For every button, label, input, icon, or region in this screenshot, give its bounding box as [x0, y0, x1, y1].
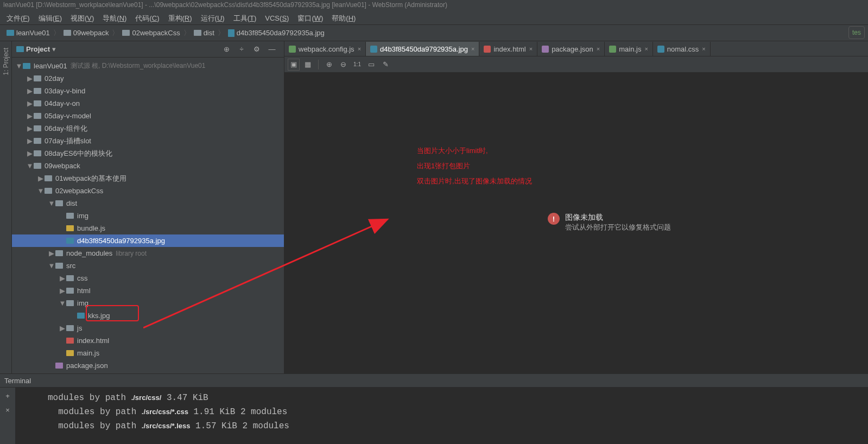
- breadcrumb-item[interactable]: 09webpack: [61, 28, 111, 38]
- tree-row[interactable]: ▶03day-v-bind: [12, 85, 284, 97]
- tree-row[interactable]: package.json: [12, 359, 284, 372]
- expand-arrow-icon[interactable]: ▶: [26, 112, 34, 120]
- breadcrumb-item[interactable]: d4b3f85450da9792935a.jpg: [226, 28, 327, 38]
- expand-arrow-icon[interactable]: ▶: [59, 324, 66, 332]
- close-tab-icon[interactable]: ×: [702, 46, 705, 52]
- tree-row[interactable]: ▼img: [12, 297, 284, 309]
- expand-arrow-icon[interactable]: ▶: [37, 174, 45, 182]
- tree-row[interactable]: ▼src: [12, 259, 284, 272]
- menu-item[interactable]: 代码(C): [131, 12, 163, 25]
- tree-row[interactable]: ▶01webpack的基本使用: [12, 172, 284, 185]
- expand-arrow-icon[interactable]: ▶: [26, 87, 34, 95]
- tree-row[interactable]: ▶07day-插槽slot: [12, 135, 284, 147]
- tree-row[interactable]: ▶02day: [12, 72, 284, 85]
- tree-row[interactable]: ▶html: [12, 284, 284, 297]
- tree-row[interactable]: ▼02webpackCss: [12, 185, 284, 197]
- tree-row[interactable]: ▼leanVue01测试源 根, D:\Webstorm_workplace\l…: [12, 60, 284, 72]
- tree-row[interactable]: ▶04day-v-on: [12, 97, 284, 110]
- editor-tab[interactable]: index.html×: [479, 42, 537, 56]
- expand-arrow-icon[interactable]: ▶: [26, 99, 34, 107]
- tree-row[interactable]: d4b3f85450da9792935a.jpg: [12, 234, 284, 247]
- add-terminal-icon[interactable]: +: [3, 391, 12, 401]
- menu-item[interactable]: 导航(N): [98, 12, 131, 25]
- folder-icon: [194, 30, 201, 36]
- breadcrumb-item[interactable]: dist: [192, 28, 217, 38]
- expand-arrow-icon[interactable]: ▼: [59, 299, 66, 307]
- chevron-down-icon[interactable]: ▾: [52, 45, 56, 53]
- editor-tab[interactable]: package.json×: [537, 42, 605, 56]
- zoom-11-icon[interactable]: 1:1: [351, 59, 363, 71]
- expand-arrow-icon[interactable]: ▼: [37, 187, 45, 195]
- tree-row[interactable]: bundle.js: [12, 222, 284, 234]
- image-canvas[interactable]: 当图片大小小于limit时, 出现1张打包图片 双击图片时,出现了图像未加载的情…: [284, 73, 868, 373]
- close-tab-icon[interactable]: ×: [471, 46, 474, 52]
- tree-row[interactable]: ▶08dayES6中的模块化: [12, 147, 284, 160]
- expand-arrow-icon[interactable]: ▼: [48, 262, 55, 270]
- project-tool-label[interactable]: 1: Project: [2, 48, 10, 75]
- terminal-output[interactable]: modules by path ./src/css/ 3.47 KiB modu…: [15, 388, 868, 444]
- menu-item[interactable]: 编辑(E): [34, 12, 66, 25]
- zoom-out-icon[interactable]: ⊖: [337, 59, 349, 71]
- menu-item[interactable]: 重构(R): [164, 12, 197, 25]
- fit-icon[interactable]: ▣: [288, 59, 300, 71]
- expand-arrow-icon[interactable]: ▼: [15, 62, 23, 70]
- tree-row[interactable]: index.html: [12, 334, 284, 347]
- tree-row[interactable]: ▶js: [12, 322, 284, 334]
- menu-item[interactable]: VCS(S): [261, 12, 293, 24]
- sidebar-title[interactable]: Project: [26, 45, 50, 53]
- hide-icon[interactable]: —: [267, 44, 277, 55]
- tree-row[interactable]: ▼dist: [12, 197, 284, 210]
- menu-item[interactable]: 帮助(H): [327, 12, 360, 25]
- tree-row[interactable]: main.js: [12, 347, 284, 359]
- editor-tab[interactable]: main.js×: [605, 42, 653, 56]
- expand-arrow-icon[interactable]: ▼: [48, 199, 55, 207]
- tree-row[interactable]: img: [12, 210, 284, 222]
- tree-label: src: [66, 262, 75, 270]
- close-tab-icon[interactable]: ×: [529, 46, 533, 52]
- fold-icon: [66, 300, 74, 306]
- gear-icon[interactable]: ⚙: [251, 44, 262, 55]
- color-picker-icon[interactable]: ✎: [379, 59, 391, 71]
- menu-item[interactable]: 工具(T): [229, 12, 261, 25]
- close-tab-icon[interactable]: ×: [597, 46, 600, 52]
- terminal-panel: + × modules by path ./src/css/ 3.47 KiB …: [0, 388, 868, 444]
- tree-row[interactable]: ▶06day-组件化: [12, 122, 284, 135]
- tree-row[interactable]: ▶05day-v-model: [12, 110, 284, 122]
- tree-row[interactable]: kks.jpg: [12, 309, 284, 322]
- close-tab-icon[interactable]: ×: [644, 46, 648, 52]
- editor-tab[interactable]: nomal.css×: [653, 42, 711, 56]
- expand-icon[interactable]: ÷: [236, 44, 247, 55]
- expand-arrow-icon[interactable]: ▶: [59, 287, 66, 295]
- tree-row[interactable]: ▶node_moduleslibrary root: [12, 247, 284, 259]
- project-tree[interactable]: ▼leanVue01测试源 根, D:\Webstorm_workplace\l…: [12, 58, 284, 373]
- menu-item[interactable]: 窗口(W): [293, 12, 327, 25]
- menu-item[interactable]: 视图(V): [66, 12, 98, 25]
- zoom-in-icon[interactable]: ⊕: [323, 59, 335, 71]
- menu-item[interactable]: 文件(F): [2, 12, 34, 25]
- expand-arrow-icon[interactable]: ▶: [26, 149, 34, 157]
- menu-item[interactable]: 运行(U): [197, 12, 229, 25]
- tree-label: node_modules: [66, 249, 112, 257]
- tree-row[interactable]: ▶css: [12, 272, 284, 284]
- fold-icon: [55, 200, 63, 206]
- run-config-badge[interactable]: tes: [848, 26, 865, 39]
- terminal-tab[interactable]: Terminal: [0, 373, 868, 388]
- fold-icon: [34, 125, 41, 131]
- breadcrumb-item[interactable]: leanVue01: [4, 28, 52, 38]
- editor-tab[interactable]: d4b3f85450da9792935a.jpg×: [366, 42, 479, 56]
- editor-tab[interactable]: webpack.config.js×: [284, 42, 366, 56]
- close-tab-icon[interactable]: ×: [358, 46, 361, 52]
- json-file-icon: [542, 46, 549, 53]
- tree-row[interactable]: ▼09webpack: [12, 160, 284, 172]
- expand-arrow-icon[interactable]: ▶: [26, 137, 34, 145]
- breadcrumb-item[interactable]: 02webpackCss: [120, 28, 182, 38]
- expand-arrow-icon[interactable]: ▶: [26, 74, 34, 83]
- rect-icon[interactable]: ▭: [365, 59, 377, 71]
- expand-arrow-icon[interactable]: ▼: [26, 162, 34, 170]
- close-terminal-icon[interactable]: ×: [3, 405, 12, 415]
- expand-arrow-icon[interactable]: ▶: [26, 124, 34, 132]
- expand-arrow-icon[interactable]: ▶: [48, 249, 55, 257]
- grid-icon[interactable]: ▦: [302, 59, 314, 71]
- locate-icon[interactable]: ⊕: [221, 44, 232, 55]
- expand-arrow-icon[interactable]: ▶: [59, 274, 66, 282]
